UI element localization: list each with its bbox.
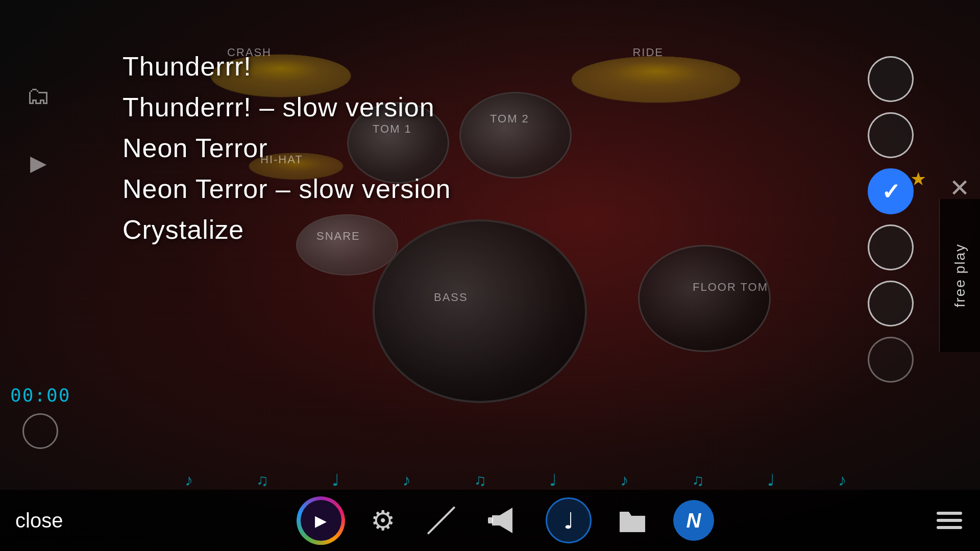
- radio-btn-2[interactable]: [868, 112, 914, 158]
- song-item-5[interactable]: Crystalize: [122, 214, 451, 245]
- song-item-2[interactable]: Thunderrr! – slow version: [122, 92, 451, 122]
- music-note-circle[interactable]: ♩: [546, 497, 592, 543]
- play-for-free-icon[interactable]: ▶: [297, 496, 345, 545]
- folder-toolbar-icon[interactable]: [617, 507, 648, 535]
- radio-button-list: [868, 56, 914, 383]
- svg-marker-0: [492, 508, 512, 533]
- n-badge[interactable]: N: [673, 500, 714, 541]
- song-item-3[interactable]: Neon Terror: [122, 133, 451, 163]
- bass-drum: [373, 219, 587, 403]
- timer-text: 00:00: [10, 385, 70, 406]
- megaphone-icon[interactable]: [487, 505, 520, 536]
- toolbar-icons: ▶ ⚙ ♩: [77, 496, 934, 545]
- svg-rect-4: [937, 526, 962, 529]
- svg-rect-1: [488, 517, 493, 523]
- tom2-drum: [459, 92, 572, 179]
- close-x-icon[interactable]: ✕: [949, 173, 970, 202]
- free-play-button[interactable]: free play: [939, 199, 980, 352]
- left-sidebar: 🗂 ▶: [0, 0, 77, 551]
- song-list: Thunderrr! Thunderrr! – slow version Neo…: [122, 51, 451, 245]
- free-play-label: free play: [952, 243, 968, 307]
- play-free-circle[interactable]: ▶: [297, 496, 345, 545]
- play-free-inner: ▶: [315, 512, 327, 530]
- svg-rect-3: [937, 519, 962, 522]
- radio-btn-4[interactable]: [868, 224, 914, 270]
- n-badge-icon[interactable]: N: [673, 500, 714, 541]
- svg-rect-2: [937, 512, 962, 515]
- hamburger-menu-icon[interactable]: [934, 508, 965, 533]
- music-note-button[interactable]: ♩: [546, 497, 592, 543]
- play-icon[interactable]: ▶: [30, 151, 46, 176]
- music-note-icon: ♩: [564, 508, 574, 534]
- timer-circle: [22, 413, 58, 449]
- floor-tom-drum: [638, 245, 771, 352]
- radio-btn-1[interactable]: [868, 56, 914, 102]
- close-button[interactable]: close: [15, 509, 77, 532]
- n-badge-label: N: [687, 509, 701, 532]
- song-item-4[interactable]: Neon Terror – slow version: [122, 173, 451, 204]
- bottom-toolbar: close ▶ ⚙ ♩: [0, 490, 980, 551]
- timer-display: 00:00: [10, 385, 70, 449]
- folder-icon[interactable]: 🗂: [26, 82, 51, 110]
- star-icon: ★: [910, 168, 926, 190]
- radio-btn-3[interactable]: [868, 168, 914, 214]
- drumstick-icon[interactable]: [421, 500, 461, 541]
- radio-btn-5[interactable]: [868, 281, 914, 327]
- settings-icon[interactable]: ⚙: [371, 505, 395, 537]
- song-item-1[interactable]: Thunderrr!: [122, 51, 451, 82]
- radio-btn-6[interactable]: [868, 337, 914, 383]
- ride-cymbal: [535, 56, 777, 103]
- gear-icon: ⚙: [371, 505, 395, 537]
